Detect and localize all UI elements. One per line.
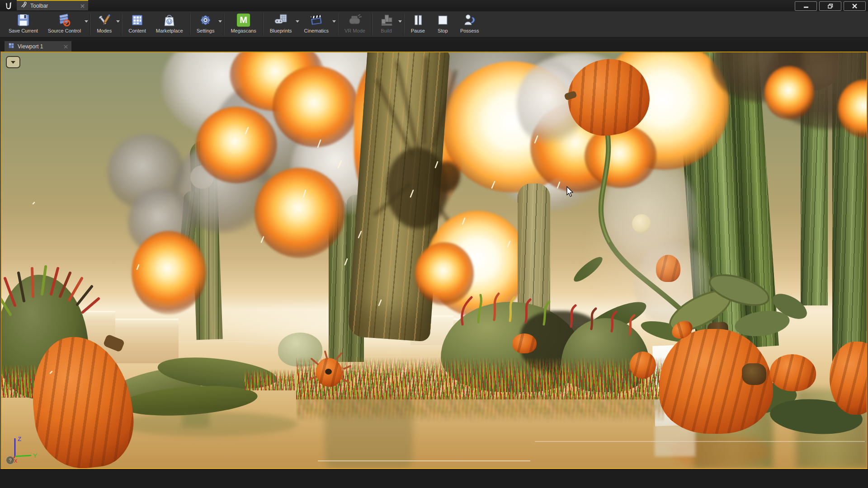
save-icon [16, 13, 31, 28]
vr-mode-icon [347, 13, 362, 28]
source-control-label: Source Control [48, 28, 81, 33]
toolbar-separator [372, 13, 373, 35]
possess-label: Possess [460, 28, 479, 33]
save-current-button[interactable]: Save Current [4, 11, 43, 37]
toolbar-separator [121, 13, 122, 35]
wrench-tools-icon [20, 1, 27, 10]
tab-close-icon[interactable] [80, 2, 85, 10]
toolbar-separator [189, 13, 190, 35]
axis-y-label: Y [33, 452, 37, 459]
stop-button[interactable]: Stop [430, 11, 455, 37]
chevron-down-icon [11, 61, 15, 64]
tab-toolbar[interactable]: Toolbar [17, 0, 88, 10]
toolbar-separator [263, 13, 264, 35]
sparks [1, 52, 867, 468]
help-label: ? [9, 458, 11, 463]
blueprints-label: Blueprints [270, 28, 292, 33]
content-label: Content [128, 28, 146, 33]
marketplace-label: Marketplace [156, 28, 183, 33]
tab-viewport-label: Viewport 1 [18, 43, 61, 50]
restore-button[interactable] [819, 1, 841, 11]
dropdown-caret-icon[interactable] [296, 20, 299, 23]
bottom-status-bar [0, 469, 868, 488]
close-button[interactable] [844, 1, 866, 11]
build-label: Build [381, 28, 392, 33]
possess-button[interactable]: Possess [455, 11, 484, 37]
cinematics-label: Cinematics [304, 28, 329, 33]
stop-label: Stop [438, 28, 448, 33]
source-control-button[interactable]: Source Control [43, 11, 88, 37]
settings-button[interactable]: Settings [192, 11, 222, 37]
blueprints-icon [274, 13, 288, 28]
window-controls [795, 1, 866, 11]
pause-label: Pause [411, 28, 425, 33]
modes-button[interactable]: Modes [92, 11, 120, 37]
modes-label: Modes [97, 28, 112, 33]
megascans-label: Megascans [231, 28, 256, 33]
modes-icon [97, 13, 112, 28]
panel-gap [0, 38, 868, 41]
main-toolbar: Save Current Source Control Modes Conten… [0, 11, 868, 38]
cinematics-icon [309, 13, 324, 28]
pause-button[interactable]: Pause [406, 11, 430, 37]
vr-mode-button: VR Mode [340, 11, 370, 37]
level-viewport-scene[interactable]: Z Y X ? [1, 52, 867, 468]
axis-z-label: Z [18, 436, 21, 442]
toolbar-separator [223, 13, 224, 35]
megascans-button[interactable]: M Megascans [226, 11, 261, 37]
settings-icon [198, 13, 213, 28]
cinematics-button[interactable]: Cinematics [299, 11, 336, 37]
viewport-panel: Z Y X ? [0, 52, 868, 469]
vr-mode-label: VR Mode [344, 28, 365, 33]
marketplace-button[interactable]: Marketplace [151, 11, 188, 37]
build-button: Build [374, 11, 402, 37]
title-bar: Toolbar [0, 0, 868, 11]
content-button[interactable]: Content [123, 11, 151, 37]
blueprints-button[interactable]: Blueprints [265, 11, 299, 37]
axis-x-label: X [14, 458, 18, 464]
tab-close-icon[interactable] [64, 42, 68, 51]
megascans-icon: M [236, 13, 251, 28]
mouse-cursor [566, 186, 574, 197]
viewport-tab-bar: Viewport 1 [0, 41, 868, 52]
megascans-logo-letter: M [237, 14, 250, 27]
dropdown-caret-icon[interactable] [332, 20, 336, 23]
tab-toolbar-label: Toolbar [30, 3, 77, 9]
dropdown-caret-icon[interactable] [85, 20, 88, 23]
dropdown-caret-icon [398, 20, 402, 23]
toolbar-separator [90, 13, 90, 35]
settings-label: Settings [197, 28, 215, 33]
build-icon [379, 13, 394, 28]
minimize-button[interactable] [795, 1, 817, 11]
stop-icon [435, 13, 450, 28]
possess-icon [462, 13, 477, 28]
pause-icon [410, 13, 425, 28]
tab-viewport-1[interactable]: Viewport 1 [5, 41, 71, 52]
haze [580, 188, 716, 324]
dropdown-caret-icon[interactable] [116, 20, 120, 23]
content-icon [130, 13, 145, 28]
unreal-engine-logo-icon [3, 0, 14, 11]
source-control-icon [57, 13, 72, 28]
save-current-label: Save Current [9, 28, 38, 33]
marketplace-icon [162, 13, 177, 28]
viewport-grid-icon [8, 42, 14, 51]
toolbar-separator [337, 13, 338, 35]
dropdown-caret-icon[interactable] [218, 20, 222, 23]
viewport-options-button[interactable] [6, 56, 20, 68]
toolbar-separator [403, 13, 404, 35]
help-button[interactable]: ? [6, 456, 14, 465]
